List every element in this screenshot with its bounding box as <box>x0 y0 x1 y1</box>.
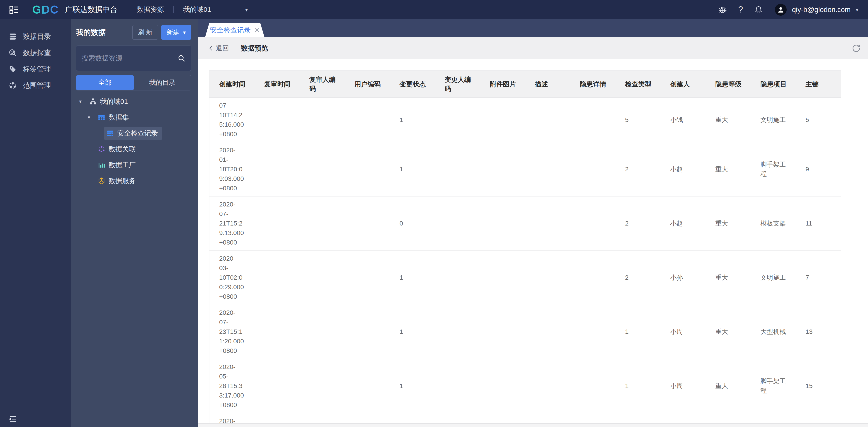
table-cell <box>570 142 615 196</box>
refresh-button[interactable]: 刷 新 <box>132 25 158 40</box>
tree-item-label: 数据工厂 <box>108 160 136 170</box>
tree-item-label: 数据关联 <box>108 145 136 154</box>
tree-node: 安全检查记录 <box>104 127 162 140</box>
help-icon[interactable]: ? <box>738 5 743 14</box>
table-cell <box>345 305 390 359</box>
my-data-panel: 我的数据 刷 新 新建 ▾ 全部我的目录 ▾我的域01▾数据集安全检查记录数据关… <box>71 19 197 427</box>
notification-bell-icon[interactable] <box>754 5 763 14</box>
caret-down-icon: ▾ <box>183 30 186 35</box>
table-cell: 文明施工 <box>751 251 796 305</box>
tree-item-factory[interactable]: 数据工厂 <box>76 157 191 173</box>
navbar-right-group: ? qiy-b@glodon.com ▾ <box>707 4 859 16</box>
chevron-left-icon <box>208 45 214 52</box>
table-body: 07- 10T14:2 5:16.000 +080015小钱重大文明施工5202… <box>209 98 841 427</box>
data-preview-content: 创建时间复审时间复审人编码用户编码变更状态变更人编码附件图片描述隐患详情检查类型… <box>197 59 868 427</box>
tree-expand-caret-icon[interactable]: ▾ <box>79 99 87 104</box>
table-cell <box>480 142 525 196</box>
tree-expand-caret-icon[interactable]: ▾ <box>88 115 95 120</box>
reload-icon[interactable] <box>851 43 861 53</box>
table-cell: 2020- 03- 10T02:0 0:29.000 +0800 <box>209 251 254 305</box>
sidebar-item-explore[interactable]: 数据探查 <box>0 44 71 61</box>
table-row: 2020- 05- 28T15:3 3:17.000 +080011小周重大脚手… <box>209 359 841 413</box>
table-cell <box>480 98 525 142</box>
table-cell <box>254 98 300 142</box>
horizontal-scrollbar[interactable] <box>197 423 868 427</box>
sidebar-item-label: 数据目录 <box>23 32 51 41</box>
sidebar-item-catalog[interactable]: 数据目录 <box>0 28 71 44</box>
table-cell <box>345 98 390 142</box>
table-cell: 1 <box>390 359 435 413</box>
search-input[interactable] <box>82 54 178 62</box>
table-cell <box>525 305 570 359</box>
domain-selector[interactable]: 我的域01 ▾ <box>183 5 248 14</box>
bug-report-icon[interactable] <box>718 5 727 14</box>
column-header: 附件图片 <box>480 70 525 98</box>
table-cell: 2020- 07- 21T15:2 9:13.000 +0800 <box>209 196 254 251</box>
column-header: 变更人编码 <box>435 70 480 98</box>
tree-item-record[interactable]: 安全检查记录 <box>76 125 191 141</box>
tree-item-dataset[interactable]: ▾数据集 <box>76 110 191 125</box>
column-header: 隐患等级 <box>706 70 751 98</box>
table-cell <box>254 142 300 196</box>
table-cell: 小周 <box>660 359 706 413</box>
tree-item-label: 安全检查记录 <box>117 129 158 138</box>
table-cell: 1 <box>390 98 435 142</box>
table-cell: 2 <box>615 142 660 196</box>
table-header: 创建时间复审时间复审人编码用户编码变更状态变更人编码附件图片描述隐患详情检查类型… <box>209 70 841 98</box>
data-table: 创建时间复审时间复审人编码用户编码变更状态变更人编码附件图片描述隐患详情检查类型… <box>209 70 841 427</box>
search-icon[interactable] <box>178 54 186 62</box>
tree-item-service[interactable]: 数据服务 <box>76 173 191 189</box>
collapse-sidebar-icon[interactable] <box>8 414 17 424</box>
create-button[interactable]: 新建 ▾ <box>161 25 191 40</box>
table-cell: 2020- 05- 28T15:3 3:17.000 +0800 <box>209 359 254 413</box>
main-area: 安全检查记录 ✕ 返回 数据预览 <box>197 19 868 427</box>
table-cell: 重大 <box>706 142 751 196</box>
sidebar-item-tag[interactable]: 标签管理 <box>0 61 71 77</box>
app-window: GDC 广联达数据中台 数据资源 我的域01 ▾ ? <box>0 0 868 427</box>
back-button-label: 返回 <box>216 44 229 53</box>
table-cell <box>570 196 615 251</box>
table-cell <box>525 359 570 413</box>
table-cell: 1 <box>615 305 660 359</box>
table-cell <box>435 196 480 251</box>
close-icon[interactable]: ✕ <box>254 27 259 34</box>
panel-tab-all[interactable]: 全部 <box>76 75 134 90</box>
table-cell: 文明施工 <box>751 98 796 142</box>
tree-item-domain[interactable]: ▾我的域01 <box>76 94 191 110</box>
tab-security-check-record[interactable]: 安全检查记录 ✕ <box>205 23 265 37</box>
back-button[interactable]: 返回 <box>208 44 229 53</box>
app-menu-icon[interactable] <box>9 4 19 15</box>
tree-item-relation[interactable]: 数据关联 <box>76 141 191 157</box>
gdc-logo: GDC <box>32 3 59 16</box>
table-cell: 11 <box>796 196 841 251</box>
table-cell <box>570 305 615 359</box>
table-cell: 大型机械 <box>751 305 796 359</box>
service-icon <box>98 177 105 185</box>
tree-node: 数据集 <box>95 111 133 124</box>
sidebar-item-scope[interactable]: 范围管理 <box>0 77 71 94</box>
account-email[interactable]: qiy-b@glodon.com <box>792 6 851 14</box>
table-cell: 模板支架 <box>751 196 796 251</box>
nav-item-data-resource[interactable]: 数据资源 <box>137 5 164 14</box>
sidebar-item-label: 数据探查 <box>23 48 51 58</box>
create-button-label: 新建 <box>166 28 179 37</box>
tree-item-label: 数据集 <box>108 113 129 122</box>
table-cell: 0 <box>390 196 435 251</box>
resource-tree: ▾我的域01▾数据集安全检查记录数据关联数据工厂数据服务 <box>76 94 191 189</box>
dataset-icon <box>98 114 105 121</box>
table-cell: 07- 10T14:2 5:16.000 +0800 <box>209 98 254 142</box>
tree-node: 数据服务 <box>95 175 140 187</box>
caret-down-icon[interactable]: ▾ <box>856 7 859 12</box>
top-navbar: GDC 广联达数据中台 数据资源 我的域01 ▾ ? <box>0 0 868 19</box>
table-cell: 2020- 01- 18T20:0 9:03.000 +0800 <box>209 142 254 196</box>
preview-toolbar: 返回 数据预览 <box>197 37 868 59</box>
table-cell: 5 <box>615 98 660 142</box>
table-cell <box>435 98 480 142</box>
panel-tab-mine[interactable]: 我的目录 <box>134 75 191 90</box>
avatar[interactable] <box>775 4 787 16</box>
search-box <box>76 45 191 71</box>
table-cell <box>300 359 345 413</box>
table-cell: 7 <box>796 251 841 305</box>
tree-node: 数据工厂 <box>95 159 140 172</box>
table-row: 07- 10T14:2 5:16.000 +080015小钱重大文明施工5 <box>209 98 841 142</box>
